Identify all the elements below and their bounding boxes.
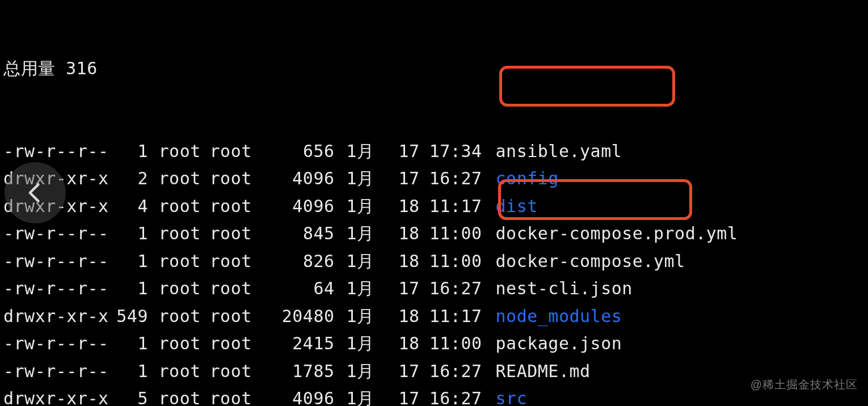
month: 1月 — [335, 220, 374, 248]
group: root — [210, 220, 261, 248]
file-row: -rw-r--r--1 rootroot641月1716:27nest-cli.… — [3, 275, 868, 303]
owner: root — [159, 303, 210, 331]
day: 18 — [374, 193, 420, 221]
directory-name: dist — [482, 193, 538, 221]
file-row: -rw-r--r--1 rootroot17851月1716:27README.… — [3, 358, 868, 386]
link-count: 549 — [108, 303, 148, 331]
group: root — [210, 138, 261, 166]
link-count: 1 — [108, 275, 148, 303]
size: 1785 — [261, 358, 335, 386]
permissions: -rw-r--r-- — [3, 248, 108, 276]
month: 1月 — [335, 385, 374, 406]
back-button[interactable] — [5, 162, 66, 223]
total-line: 总用量 316 — [3, 55, 868, 83]
file-row: -rw-r--r--1 rootroot8261月1811:00docker-c… — [3, 248, 868, 276]
time: 16:27 — [420, 358, 482, 386]
link-count: 1 — [108, 220, 148, 248]
file-row: drwxr-xr-x549 rootroot204801月1811:17node… — [3, 303, 868, 331]
month: 1月 — [335, 193, 374, 221]
size: 20480 — [261, 303, 335, 331]
month: 1月 — [335, 138, 374, 166]
group: root — [210, 165, 261, 193]
permissions: drwxr-xr-x — [3, 385, 108, 406]
month: 1月 — [335, 248, 374, 276]
day: 18 — [374, 220, 420, 248]
time: 11:17 — [420, 193, 482, 221]
owner: root — [159, 248, 210, 276]
group: root — [210, 358, 261, 386]
file-name: docker-compose.yml — [482, 248, 685, 276]
owner: root — [159, 220, 210, 248]
time: 11:00 — [420, 248, 482, 276]
day: 17 — [374, 165, 420, 193]
day: 17 — [374, 275, 420, 303]
size: 4096 — [261, 385, 335, 406]
watermark: @稀土掘金技术社区 — [751, 371, 858, 399]
month: 1月 — [335, 275, 374, 303]
owner: root — [159, 275, 210, 303]
size: 4096 — [261, 165, 335, 193]
permissions: drwxr-xr-x — [3, 303, 108, 331]
link-count: 1 — [108, 138, 148, 166]
directory-name: src — [482, 385, 528, 406]
time: 11:00 — [420, 330, 482, 358]
file-row: -rw-r--r--1 rootroot24151月1811:00package… — [3, 330, 868, 358]
owner: root — [159, 358, 210, 386]
file-name: nest-cli.json — [482, 275, 633, 303]
group: root — [210, 193, 261, 221]
day: 18 — [374, 248, 420, 276]
time: 17:34 — [420, 138, 482, 166]
group: root — [210, 330, 261, 358]
day: 17 — [374, 358, 420, 386]
group: root — [210, 303, 261, 331]
file-name: README.md — [482, 358, 591, 386]
size: 845 — [261, 220, 335, 248]
file-name: package.json — [482, 330, 622, 358]
size: 4096 — [261, 193, 335, 221]
size: 826 — [261, 248, 335, 276]
file-row: -rw-r--r--1 rootroot6561月1717:34ansible.… — [3, 138, 868, 166]
file-name: ansible.yaml — [482, 138, 622, 166]
owner: root — [159, 138, 210, 166]
group: root — [210, 275, 261, 303]
day: 17 — [374, 138, 420, 166]
owner: root — [159, 330, 210, 358]
month: 1月 — [335, 303, 374, 331]
size: 64 — [261, 275, 335, 303]
link-count: 4 — [108, 193, 148, 221]
permissions: -rw-r--r-- — [3, 275, 108, 303]
owner: root — [159, 385, 210, 406]
group: root — [210, 385, 261, 406]
owner: root — [159, 193, 210, 221]
time: 11:17 — [420, 303, 482, 331]
terminal-output: 总用量 316 -rw-r--r--1 rootroot6561月1717:34… — [0, 0, 868, 406]
month: 1月 — [335, 358, 374, 386]
link-count: 1 — [108, 248, 148, 276]
file-row: drwxr-xr-x5 rootroot40961月1716:27src — [3, 385, 868, 406]
time: 11:00 — [420, 220, 482, 248]
link-count: 1 — [108, 358, 148, 386]
permissions: -rw-r--r-- — [3, 138, 108, 166]
owner: root — [159, 165, 210, 193]
month: 1月 — [335, 165, 374, 193]
size: 656 — [261, 138, 335, 166]
day: 18 — [374, 303, 420, 331]
day: 18 — [374, 330, 420, 358]
link-count: 1 — [108, 330, 148, 358]
file-row: -rw-r--r--1 rootroot8451月1811:00docker-c… — [3, 220, 868, 248]
permissions: -rw-r--r-- — [3, 220, 108, 248]
file-name: docker-compose.prod.yml — [482, 220, 738, 248]
size: 2415 — [261, 330, 335, 358]
file-row: drwxr-xr-x2 rootroot40961月1716:27config — [3, 165, 868, 193]
directory-name: node_modules — [482, 303, 622, 331]
time: 16:27 — [420, 385, 482, 406]
time: 16:27 — [420, 275, 482, 303]
permissions: -rw-r--r-- — [3, 358, 108, 386]
permissions: -rw-r--r-- — [3, 330, 108, 358]
time: 16:27 — [420, 165, 482, 193]
link-count: 2 — [108, 165, 148, 193]
chevron-left-icon — [23, 180, 48, 205]
day: 17 — [374, 385, 420, 406]
link-count: 5 — [108, 385, 148, 406]
file-listing: -rw-r--r--1 rootroot6561月1717:34ansible.… — [3, 138, 868, 407]
